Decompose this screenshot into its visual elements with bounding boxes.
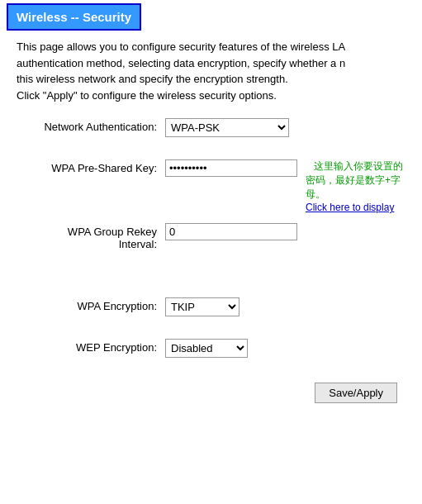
wpa-encryption-control: TKIP AES TKIP+AES	[165, 297, 405, 316]
page-title: Wireless -- Security	[17, 10, 131, 24]
wpa-preshared-label: WPA Pre-Shared Key:	[17, 159, 165, 174]
network-auth-select[interactable]: WPA-PSK Open Shared WPA2-PSK	[165, 118, 289, 137]
click-display-link[interactable]: Click here to display	[306, 202, 394, 213]
network-auth-label: Network Authentication:	[17, 118, 165, 133]
network-auth-row: Network Authentication: WPA-PSK Open Sha…	[17, 118, 405, 137]
wpa-annotation-text: 这里输入你要设置的密码，最好是数字+字母。	[306, 160, 403, 200]
page-title-bar: Wireless -- Security	[7, 3, 141, 31]
wpa-group-rekey-input[interactable]	[165, 223, 297, 240]
wpa-encryption-row: WPA Encryption: TKIP AES TKIP+AES	[17, 297, 405, 316]
wpa-preshared-row: WPA Pre-Shared Key: 这里输入你要设置的密码，最好是数字+字母…	[17, 159, 405, 213]
wpa-preshared-input[interactable]	[165, 159, 297, 177]
network-auth-control: WPA-PSK Open Shared WPA2-PSK	[165, 118, 405, 137]
wep-encryption-control: Disabled Enabled	[165, 339, 405, 358]
wep-encryption-row: WEP Encryption: Disabled Enabled	[17, 339, 405, 358]
wpa-group-rekey-row: WPA Group RekeyInterval:	[17, 223, 405, 250]
wep-encryption-select[interactable]: Disabled Enabled	[165, 339, 248, 358]
wep-encryption-label: WEP Encryption:	[17, 339, 165, 354]
wpa-encryption-select[interactable]: TKIP AES TKIP+AES	[165, 297, 239, 316]
wpa-preshared-control: 这里输入你要设置的密码，最好是数字+字母。 Click here to disp…	[165, 159, 405, 213]
wpa-group-rekey-label: WPA Group RekeyInterval:	[17, 223, 165, 250]
page-description: This page allows you to configure securi…	[17, 39, 405, 103]
save-row: Save/Apply	[17, 383, 405, 403]
save-apply-button[interactable]: Save/Apply	[315, 383, 397, 403]
wpa-group-rekey-control	[165, 223, 405, 240]
wpa-annotation: 这里输入你要设置的密码，最好是数字+字母。 Click here to disp…	[306, 159, 405, 213]
wpa-encryption-label: WPA Encryption:	[17, 297, 165, 312]
